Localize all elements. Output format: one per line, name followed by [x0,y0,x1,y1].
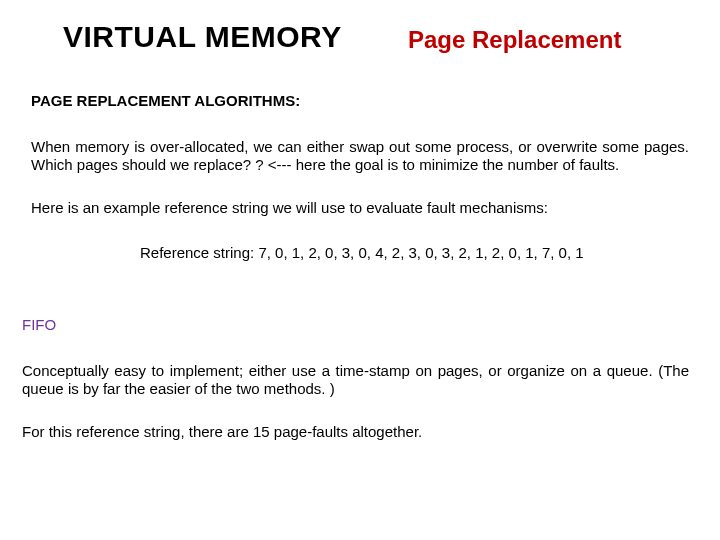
page-title-right: Page Replacement [408,26,621,54]
slide: VIRTUAL MEMORY Page Replacement PAGE REP… [0,0,720,540]
paragraph-fifo-desc: Conceptually easy to implement; either u… [22,362,689,397]
paragraph-intro: When memory is over-allocated, we can ei… [31,138,689,173]
reference-string: Reference string: 7, 0, 1, 2, 0, 3, 0, 4… [140,244,584,261]
paragraph-fifo-result: For this reference string, there are 15 … [22,423,689,440]
paragraph-example-intro: Here is an example reference string we w… [31,199,689,217]
fifo-heading: FIFO [22,316,56,333]
section-heading: PAGE REPLACEMENT ALGORITHMS: [31,92,300,109]
page-title-left: VIRTUAL MEMORY [63,20,342,54]
